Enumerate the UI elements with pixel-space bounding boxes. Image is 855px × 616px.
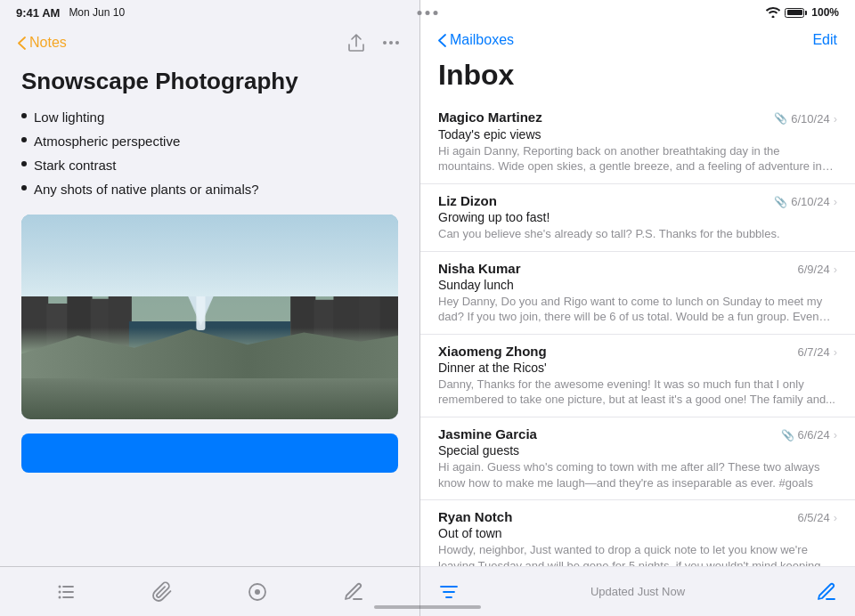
svg-rect-9: [109, 293, 132, 419]
mail-subject: Sunday lunch: [438, 278, 837, 292]
mail-item[interactable]: Ryan Notch6/5/24›Out of townHowdy, neigh…: [420, 500, 855, 566]
mail-panel: Mailboxes Edit Inbox Magico Martinez📎6/1…: [420, 0, 855, 616]
mail-item-chevron: ›: [834, 195, 837, 208]
back-chevron-icon: [18, 36, 26, 50]
notes-bullets-list: Low lighting Atmospheric perspective Sta…: [21, 108, 398, 199]
svg-rect-14: [333, 288, 360, 419]
status-bar: 9:41 AM Mon Jun 10 100%: [0, 0, 855, 25]
mail-sender: Magico Martinez: [438, 109, 542, 125]
mail-subject: Out of town: [438, 526, 837, 540]
mail-preview: Hi again. Guess who's coming to town wit…: [438, 459, 837, 490]
mail-subject: Growing up too fast!: [438, 210, 837, 224]
status-time: 9:41 AM: [16, 6, 60, 20]
battery-percent: 100%: [811, 6, 839, 19]
mail-subject: Dinner at the Ricos': [438, 361, 837, 375]
mail-item-chevron: ›: [834, 428, 837, 442]
more-icon[interactable]: [380, 32, 402, 53]
svg-rect-7: [67, 290, 92, 419]
svg-point-22: [58, 585, 61, 588]
mail-sender: Jasmine Garcia: [438, 426, 537, 442]
mail-edit-button[interactable]: Edit: [812, 32, 837, 48]
mail-sender: Xiaomeng Zhong: [438, 344, 547, 359]
status-date: Mon Jun 10: [69, 6, 125, 19]
svg-point-23: [58, 590, 61, 593]
mail-item[interactable]: Magico Martinez📎6/10/24›Today's epic vie…: [420, 101, 855, 184]
mail-item-chevron: ›: [834, 511, 837, 524]
status-dot-1: [418, 11, 422, 15]
svg-rect-13: [314, 300, 335, 419]
back-arrow-icon: [438, 34, 446, 47]
svg-rect-10: [129, 321, 290, 419]
mail-item[interactable]: Xiaomeng Zhong6/7/24›Dinner at the Ricos…: [420, 335, 855, 417]
mail-date: 6/6/24: [798, 428, 830, 442]
mailboxes-label: Mailboxes: [450, 32, 514, 48]
svg-point-20: [232, 394, 314, 407]
status-dot-2: [426, 11, 430, 15]
svg-point-17: [21, 393, 398, 419]
mailboxes-back-button[interactable]: Mailboxes: [438, 32, 514, 48]
notes-photo: [21, 215, 398, 419]
mail-sender: Ryan Notch: [438, 509, 512, 524]
mail-date-row: 📎6/10/24›: [772, 112, 837, 126]
svg-rect-6: [46, 304, 69, 419]
svg-rect-8: [91, 299, 110, 419]
svg-point-1: [389, 41, 393, 45]
mail-item[interactable]: Nisha Kumar6/9/24›Sunday lunchHey Danny,…: [420, 252, 855, 335]
mail-preview: Hey Danny, Do you and Rigo want to come …: [438, 294, 837, 325]
mail-sender: Nisha Kumar: [438, 261, 521, 276]
mail-date-row: 6/5/24›: [798, 511, 838, 524]
bullet-dot: [21, 185, 27, 190]
attachment-indicator: 📎: [774, 196, 787, 208]
mail-item-chevron: ›: [834, 112, 837, 126]
svg-rect-12: [290, 293, 315, 419]
mail-date: 6/7/24: [798, 345, 830, 359]
notes-panel: Notes Snowscape Photography Low lighting…: [0, 0, 420, 616]
svg-rect-15: [359, 296, 382, 419]
notes-title: Snowscape Photography: [21, 68, 398, 95]
mail-date: 6/10/24: [791, 112, 829, 126]
svg-point-0: [383, 41, 387, 45]
share-icon[interactable]: [346, 32, 366, 53]
mail-preview: Hi again Danny, Reporting back on anothe…: [438, 143, 837, 174]
mail-date-row: 📎6/6/24›: [779, 428, 838, 442]
svg-rect-5: [21, 295, 48, 419]
mail-date: 6/9/24: [798, 263, 830, 276]
mail-list: Magico Martinez📎6/10/24›Today's epic vie…: [420, 101, 855, 566]
mail-subject: Today's epic views: [438, 127, 837, 142]
mail-subject: Special guests: [438, 443, 837, 458]
notes-back-label: Notes: [29, 35, 67, 51]
mail-date-row: 6/7/24›: [798, 345, 838, 359]
mail-item-chevron: ›: [834, 345, 837, 359]
attachment-indicator: 📎: [774, 112, 787, 125]
bullet-item-1: Low lighting: [21, 108, 398, 126]
bullet-item-3: Stark contrast: [21, 156, 398, 174]
mail-update-status: Updated Just Now: [460, 585, 816, 598]
battery-indicator: [785, 8, 807, 18]
mail-item-chevron: ›: [834, 263, 837, 276]
mail-date-row: 📎6/10/24›: [772, 195, 837, 208]
svg-point-21: [138, 401, 281, 413]
mail-preview: Can you believe she's already so tall? P…: [438, 226, 837, 242]
svg-point-19: [111, 391, 201, 405]
bullet-item-4: Any shots of native plants or animals?: [21, 180, 398, 199]
mail-item[interactable]: Jasmine Garcia📎6/6/24›Special guestsHi a…: [420, 417, 855, 501]
bullet-dot: [21, 161, 27, 166]
mail-date-row: 6/9/24›: [798, 263, 838, 276]
notes-content: Snowscape Photography Low lighting Atmos…: [0, 61, 419, 566]
bullet-dot: [21, 137, 27, 142]
mail-item[interactable]: Liz Dizon📎6/10/24›Growing up too fast!Ca…: [420, 184, 855, 252]
svg-point-29: [255, 589, 260, 595]
notes-action-buttons: [346, 32, 402, 53]
mail-date: 6/10/24: [791, 195, 829, 208]
attachment-indicator: 📎: [781, 429, 794, 442]
mail-preview: Howdy, neighbor, Just wanted to drop a q…: [438, 542, 837, 566]
svg-point-2: [395, 41, 399, 45]
svg-rect-16: [380, 291, 398, 419]
wifi-icon: [766, 7, 780, 18]
notes-blue-block: [21, 434, 398, 473]
svg-rect-18: [21, 393, 398, 419]
bullet-item-2: Atmospheric perspective: [21, 132, 398, 150]
home-indicator: [374, 605, 481, 609]
notes-back-button[interactable]: Notes: [18, 35, 67, 51]
inbox-title: Inbox: [420, 55, 855, 101]
